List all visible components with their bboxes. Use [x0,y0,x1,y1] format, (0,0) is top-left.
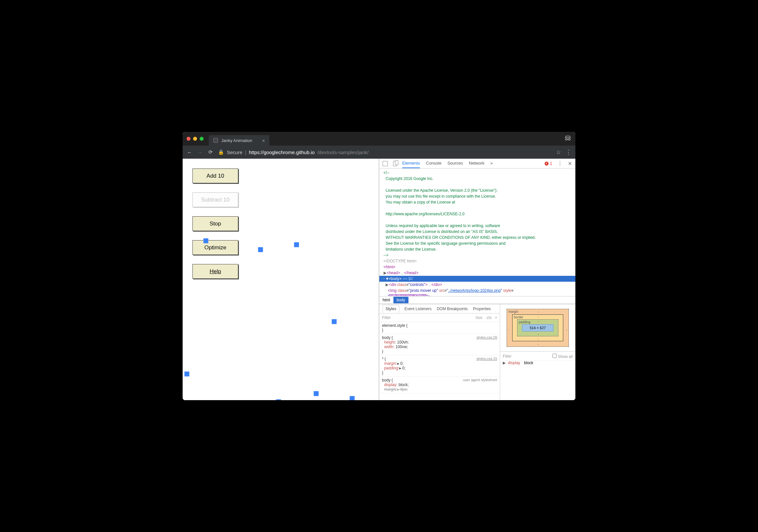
stop-button[interactable]: Stop [192,216,238,231]
mover-icon [184,371,190,377]
styles-subtabs: Styles Event Listeners DOM Breakpoints P… [379,304,500,314]
page-icon [213,138,218,143]
subtab-properties[interactable]: Properties [473,307,491,311]
tab-sources[interactable]: Sources [447,159,463,168]
incognito-icon [564,134,571,143]
subtab-dom-breakpoints[interactable]: DOM Breakpoints [436,307,468,311]
styles-filter-row: Filter :hov .cls + [379,314,500,322]
browser-menu-icon[interactable]: ⋮ [566,149,571,156]
nav-forward-button: → [197,150,203,155]
url-path: /devtools-samples/jank/ [317,150,368,155]
window-close-button[interactable] [187,137,190,141]
tab-more-icon[interactable]: » [490,159,493,168]
crumb-body[interactable]: body [394,297,408,303]
add-10-button[interactable]: Add 10 [192,169,238,183]
address-toolbar: ← → ⟳ 🔒 Secure | https://googlechrome.gi… [183,146,575,159]
optimize-button[interactable]: Optimize [192,240,238,255]
css-rule[interactable]: styles.css:15* { margin:▸ 0; padding:▸ 0… [379,355,500,377]
box-model: margin---- border-- padding-- 514 × 627 [500,304,575,351]
address-bar[interactable]: 🔒 Secure | https://googlechrome.github.i… [218,149,368,155]
devtools-panel: Elements Console Sources Network » ✕1 ⋮ … [379,159,575,400]
browser-tab[interactable]: Janky Animation × [209,135,269,146]
window-zoom-button[interactable] [200,137,204,141]
dom-tree[interactable]: <!-- Copyright 2016 Google Inc. Licensed… [379,169,575,296]
computed-filter[interactable]: Filter [503,354,512,359]
mover-icon [258,247,263,252]
css-rule[interactable]: element.style {} [379,322,500,334]
tab-network[interactable]: Network [469,159,485,168]
window-titlebar: Janky Animation × [183,132,575,146]
lock-icon: 🔒 [218,149,224,155]
mover-icon [314,391,319,396]
tab-elements[interactable]: Elements [402,159,420,168]
page-controls: Add 10 Subtract 10 Stop Optimize Help [192,169,238,279]
tab-console[interactable]: Console [426,159,441,168]
dom-breadcrumbs: html body [379,296,575,304]
nav-back-button[interactable]: ← [187,150,192,155]
css-rule[interactable]: user agent stylesheetbody { display: blo… [379,377,500,393]
dom-selected-body[interactable]: ⋯▼<body> == $0 [379,276,575,282]
subtab-event-listeners[interactable]: Event Listeners [404,307,432,311]
show-all-toggle[interactable]: Show all [552,354,573,359]
mover-icon [294,242,299,247]
cls-toggle[interactable]: .cls [486,316,492,320]
device-toolbar-icon[interactable] [393,161,397,166]
crumb-html[interactable]: html [379,297,394,303]
error-indicator[interactable]: ✕1 [545,161,552,166]
content-area: Add 10 Subtract 10 Stop Optimize Help El… [183,159,575,400]
devtools-tabs: Elements Console Sources Network » [402,159,493,168]
new-rule-icon[interactable]: + [495,316,497,320]
inspect-element-icon[interactable] [383,161,388,166]
styles-panel: Styles Event Listeners DOM Breakpoints P… [379,304,500,400]
bookmark-star-icon[interactable]: ☆ [556,149,561,156]
mover-icon [350,396,355,400]
devtools-close-icon[interactable]: ✕ [568,161,572,167]
subtract-10-button: Subtract 10 [192,192,238,207]
hov-toggle[interactable]: :hov [475,316,482,320]
box-model-content: 514 × 627 [522,324,553,331]
css-rule[interactable]: styles.css:20body { height: 100vh; width… [379,334,500,355]
devtools-toolbar: Elements Console Sources Network » ✕1 ⋮ … [379,159,575,169]
close-tab-icon[interactable]: × [262,138,265,143]
traffic-lights [187,137,204,141]
mover-icon [276,399,281,400]
mover-icon [331,319,337,324]
window-minimize-button[interactable] [193,137,197,141]
help-button[interactable]: Help [192,264,238,279]
mover-icon [203,238,208,244]
page-viewport: Add 10 Subtract 10 Stop Optimize Help [183,159,379,400]
tab-title: Janky Animation [221,138,252,143]
box-model-pane: margin---- border-- padding-- 514 × 627 … [500,304,575,400]
reload-button[interactable]: ⟳ [208,149,213,155]
computed-panel: Filter Show all ▶display block [500,351,575,367]
computed-row[interactable]: ▶display block [503,361,573,365]
browser-window: Janky Animation × ← → ⟳ 🔒 Secure | https… [183,132,575,400]
subtab-styles[interactable]: Styles [383,305,399,313]
devtools-menu-icon[interactable]: ⋮ [557,160,563,167]
secure-label: Secure [227,150,243,155]
styles-filter-input[interactable]: Filter [382,316,391,320]
url-host: https://googlechrome.github.io [249,150,315,155]
devtools-bottom: Styles Event Listeners DOM Breakpoints P… [379,304,575,400]
